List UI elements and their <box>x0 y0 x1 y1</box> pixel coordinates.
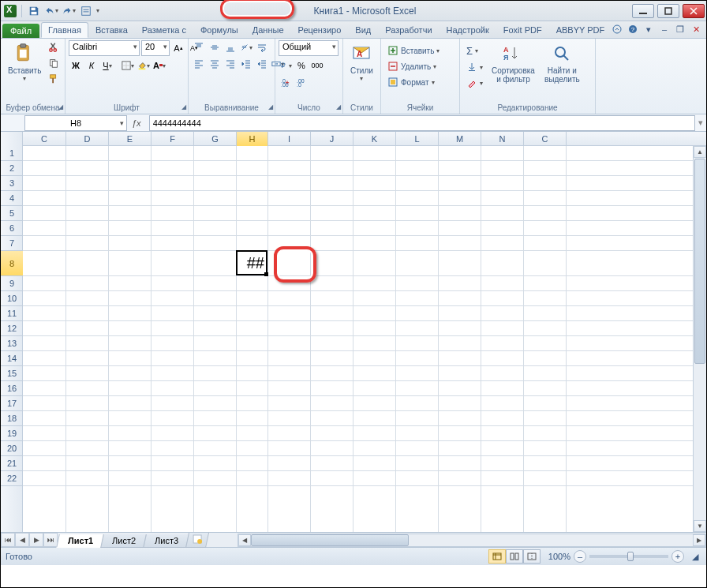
align-middle-button[interactable] <box>208 40 222 54</box>
format-painter-button[interactable] <box>47 72 61 86</box>
paste-button[interactable]: Вставить ▾ <box>4 40 45 84</box>
view-normal-button[interactable] <box>488 549 506 564</box>
row-header-13[interactable]: 13 <box>1 336 23 351</box>
autosum-button[interactable]: Σ▾ <box>463 43 486 58</box>
row-header-6[interactable]: 6 <box>1 221 23 236</box>
ribbon-tab-5[interactable]: Рецензиро <box>291 22 349 38</box>
horizontal-scrollbar[interactable]: ◀ ▶ <box>238 534 706 547</box>
scroll-down-button[interactable]: ▼ <box>694 520 706 532</box>
name-box[interactable]: H8 <box>24 115 127 131</box>
row-header-16[interactable]: 16 <box>1 381 23 396</box>
row-header-22[interactable]: 22 <box>1 471 23 486</box>
align-left-button[interactable] <box>192 57 206 71</box>
formula-bar-expand-button[interactable]: ▾ <box>695 118 706 128</box>
row-header-17[interactable]: 17 <box>1 396 23 411</box>
col-header-F[interactable]: F <box>152 132 194 146</box>
row-header-7[interactable]: 7 <box>1 236 23 251</box>
fill-handle[interactable] <box>264 272 268 276</box>
col-header-K[interactable]: K <box>354 132 396 146</box>
copy-button[interactable] <box>47 56 61 70</box>
cells-canvas[interactable]: ## <box>23 146 706 532</box>
maximize-button[interactable] <box>657 4 679 18</box>
row-header-4[interactable]: 4 <box>1 191 23 206</box>
borders-button[interactable]: ▾ <box>121 58 135 73</box>
row-header-20[interactable]: 20 <box>1 441 23 456</box>
scroll-up-button[interactable]: ▲ <box>694 146 706 158</box>
fill-color-button[interactable]: ▾ <box>137 58 151 73</box>
row-header-21[interactable]: 21 <box>1 456 23 471</box>
view-page-break-button[interactable] <box>523 549 541 564</box>
alignment-launcher-icon[interactable]: ◢ <box>268 103 273 110</box>
col-header-L[interactable]: L <box>396 132 439 146</box>
add-sheet-button[interactable] <box>185 533 209 548</box>
orientation-button[interactable]: ab▾ <box>239 40 253 54</box>
row-header-8[interactable]: 8 <box>1 251 23 276</box>
accounting-format-button[interactable]: ₽▾ <box>279 58 293 73</box>
qat-undo-button[interactable]: ▾ <box>44 4 58 18</box>
wrap-text-button[interactable] <box>255 40 269 54</box>
row-header-14[interactable]: 14 <box>1 351 23 366</box>
font-name-combo[interactable]: Calibri <box>69 40 140 56</box>
italic-button[interactable]: К <box>84 58 99 73</box>
ribbon-tab-2[interactable]: Разметка с <box>135 22 193 38</box>
minimize-button[interactable] <box>632 4 654 18</box>
row-header-2[interactable]: 2 <box>1 161 23 176</box>
zoom-out-button[interactable]: – <box>574 550 586 563</box>
clear-button[interactable]: ▾ <box>463 76 486 90</box>
view-page-layout-button[interactable] <box>506 549 523 564</box>
active-cell[interactable]: ## <box>236 250 267 275</box>
font-color-button[interactable]: A▾ <box>152 58 166 73</box>
bold-button[interactable]: Ж <box>69 58 83 73</box>
sheet-tab-2[interactable]: Лист3 <box>143 534 190 548</box>
scroll-left-button[interactable]: ◀ <box>238 534 251 546</box>
underline-button[interactable]: Ч▾ <box>100 58 114 73</box>
col-header-N[interactable]: N <box>481 132 524 146</box>
insert-cells-button[interactable]: Вставить▾ <box>384 43 443 58</box>
ribbon-tab-4[interactable]: Данные <box>245 22 291 38</box>
col-header-I[interactable]: I <box>268 132 311 146</box>
ribbon-tab-10[interactable]: ABBYY PDF <box>549 22 612 38</box>
zoom-slider[interactable] <box>589 555 668 558</box>
qat-redo-button[interactable]: ▾ <box>62 4 76 18</box>
col-header-H[interactable]: H <box>237 132 268 146</box>
ribbon-tab-9[interactable]: Foxit PDF <box>496 22 549 38</box>
scroll-right-button[interactable]: ▶ <box>693 534 705 546</box>
number-format-combo[interactable]: Общий <box>279 40 339 56</box>
cut-button[interactable] <box>47 40 61 54</box>
vertical-scrollbar[interactable]: ▲ ▼ <box>693 146 706 532</box>
zoom-percent[interactable]: 100% <box>548 552 570 561</box>
close-button[interactable] <box>683 4 705 18</box>
row-header-15[interactable]: 15 <box>1 366 23 381</box>
row-header-5[interactable]: 5 <box>1 206 23 221</box>
resize-grip[interactable]: ◢ <box>689 552 701 562</box>
row-header-11[interactable]: 11 <box>1 306 23 321</box>
align-right-button[interactable] <box>223 57 238 71</box>
file-tab[interactable]: Файл <box>2 24 39 38</box>
sheet-nav-prev[interactable]: ◀ <box>15 533 29 547</box>
doc-minimize-button[interactable]: – <box>659 24 670 35</box>
row-header-18[interactable]: 18 <box>1 411 23 426</box>
fx-icon[interactable]: ƒx <box>132 118 141 128</box>
number-launcher-icon[interactable]: ◢ <box>336 103 341 110</box>
find-select-button[interactable]: Найти и выделить <box>541 40 584 86</box>
hscroll-thumb[interactable] <box>251 534 409 546</box>
qat-save-button[interactable] <box>27 4 41 18</box>
ribbon-tab-6[interactable]: Вид <box>348 22 378 38</box>
sort-filter-button[interactable]: АЯ Сортировка и фильтр <box>488 40 539 86</box>
decrease-indent-button[interactable] <box>239 57 253 71</box>
increase-indent-button[interactable] <box>255 57 269 71</box>
row-header-9[interactable]: 9 <box>1 276 23 291</box>
col-header-G[interactable]: G <box>194 132 237 146</box>
clipboard-launcher-icon[interactable]: ◢ <box>58 103 63 110</box>
col-header-M[interactable]: M <box>439 132 481 146</box>
help-button[interactable]: ? <box>627 24 638 35</box>
grow-font-button[interactable]: A▴ <box>171 41 185 55</box>
qat-customize-button[interactable] <box>79 4 93 18</box>
sheet-nav-last[interactable]: ⏭ <box>43 533 58 547</box>
sheet-tab-0[interactable]: Лист1 <box>56 534 105 548</box>
ribbon-tab-1[interactable]: Вставка <box>88 22 135 38</box>
col-header-C[interactable]: C <box>524 132 567 146</box>
align-top-button[interactable] <box>192 40 206 54</box>
percent-button[interactable]: % <box>294 58 309 73</box>
comma-style-button[interactable]: 000 <box>310 58 324 73</box>
